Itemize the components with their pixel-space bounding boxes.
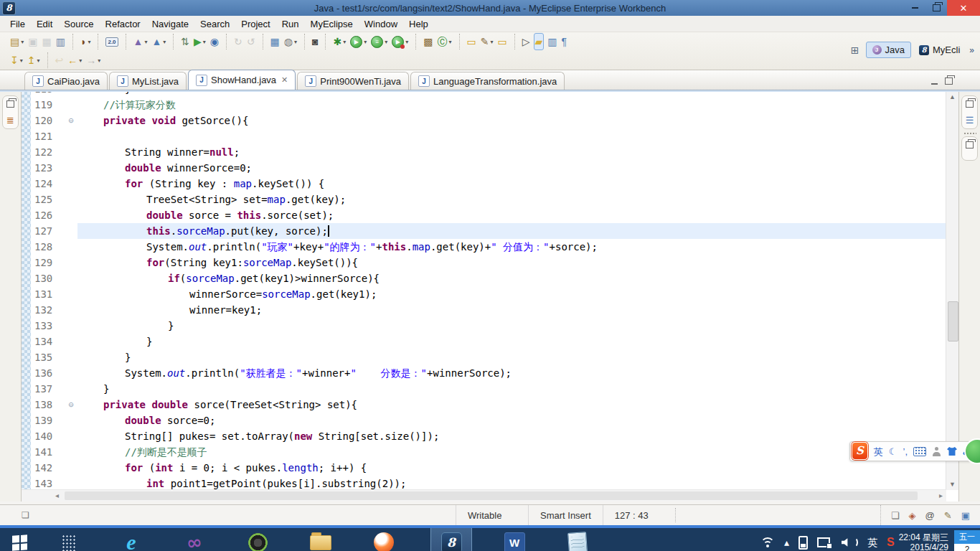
code-text[interactable]: }: [77, 318, 946, 334]
view-bar-drag-handle[interactable]: [963, 132, 976, 135]
print-button[interactable]: ▥: [55, 34, 66, 50]
code-text[interactable]: for (String key : map.keySet()) {: [77, 176, 946, 192]
code-line-138[interactable]: 138⊖private double sorce(TreeSet<String>…: [31, 397, 946, 413]
start-button[interactable]: [0, 528, 39, 551]
code-text[interactable]: TreeSet<String> set=map.get(key);: [77, 192, 946, 207]
web-20-browser-button[interactable]: 2.0: [105, 34, 118, 50]
new-wizard-button[interactable]: ▤▾: [9, 34, 24, 50]
debug-button[interactable]: ✱▾: [332, 34, 347, 50]
restore-views-button[interactable]: [966, 141, 974, 150]
code-line-129[interactable]: 129for(String key1:sorceMap.keySet()){: [31, 255, 946, 270]
code-line-130[interactable]: 130if(sorceMap.get(key1)>winnerSorce){: [31, 270, 946, 286]
code-text[interactable]: double sorce = this.sorce(set);: [77, 207, 946, 223]
code-text[interactable]: private void getSorce(){: [77, 113, 946, 128]
code-line-125[interactable]: 125TreeSet<String> set=map.get(key);: [31, 192, 946, 207]
tab-showhand[interactable]: JShowHand.java✕: [188, 70, 296, 90]
horizontal-scroll-thumb[interactable]: [65, 491, 918, 500]
line-number[interactable]: 138: [31, 397, 65, 413]
code-text[interactable]: winnerSorce=sorceMap.get(key1);: [77, 286, 946, 302]
line-number[interactable]: 120: [31, 113, 65, 128]
taskbar-clock[interactable]: 22:04 星期三 2015/4/29: [899, 532, 948, 551]
line-number[interactable]: 137: [31, 381, 65, 397]
back-button[interactable]: ←▾: [67, 52, 83, 68]
vertical-scrollbar[interactable]: ▲ ▼: [946, 92, 958, 490]
visual-studio-icon[interactable]: ∞: [178, 528, 211, 551]
line-number[interactable]: 131: [31, 286, 65, 302]
menu-file[interactable]: File: [4, 18, 31, 30]
annotation-ruler[interactable]: [22, 92, 31, 490]
code-text[interactable]: System.out.println("获胜者是："+winner+" 分数是：…: [77, 365, 946, 381]
import-artifact-button[interactable]: ↻: [233, 34, 243, 50]
wifi-icon[interactable]: [760, 537, 775, 547]
new-web-project-button[interactable]: ▲▾: [133, 34, 149, 50]
code-text[interactable]: double sorce=0;: [77, 413, 946, 428]
line-number[interactable]: 124: [31, 176, 65, 192]
scroll-right-arrow[interactable]: ▸: [936, 490, 946, 501]
code-text[interactable]: int point1=getPoint(pukes[i].substring(2…: [77, 476, 946, 490]
code-line-126[interactable]: 126double sorce = this.sorce(set);: [31, 207, 946, 223]
menu-myeclipse[interactable]: MyEclipse: [305, 18, 359, 30]
new-java-project-button[interactable]: ▩: [423, 34, 433, 50]
line-number[interactable]: 141: [31, 444, 65, 460]
close-button[interactable]: ✕: [947, 0, 980, 16]
code-text[interactable]: double winnerSorce=0;: [77, 160, 946, 176]
menu-help[interactable]: Help: [403, 18, 434, 30]
new-web-component-button[interactable]: ▲▾: [151, 34, 166, 50]
moon-icon[interactable]: ☾: [889, 447, 897, 456]
report-wizard-button[interactable]: ▦: [270, 34, 281, 50]
code-line-119[interactable]: 119//计算玩家分数: [31, 97, 946, 113]
skin-icon[interactable]: [947, 447, 957, 456]
scroll-up-arrow[interactable]: ▲: [946, 92, 958, 103]
battery-icon[interactable]: [798, 536, 808, 550]
line-number[interactable]: 136: [31, 365, 65, 381]
globe-resource-button[interactable]: ◍▾: [283, 34, 298, 50]
sogou-logo-icon[interactable]: S: [852, 442, 868, 460]
code-text[interactable]: for (int i = 0; i < pukes.length; i++) {: [77, 460, 946, 476]
profile-button[interactable]: ▶▾: [391, 34, 409, 50]
code-text[interactable]: for(String key1:sorceMap.keySet()){: [77, 255, 946, 270]
line-number[interactable]: 139: [31, 413, 65, 428]
soft-keyboard-icon[interactable]: [913, 447, 926, 456]
code-text[interactable]: }: [77, 349, 946, 365]
run-button[interactable]: ▶▾: [349, 34, 367, 50]
outline-view-icon[interactable]: ☰: [966, 116, 974, 125]
line-number[interactable]: 126: [31, 207, 65, 223]
line-number[interactable]: 123: [31, 160, 65, 176]
menu-navigate[interactable]: Navigate: [146, 18, 194, 30]
code-line-127[interactable]: 127this.sorceMap.put(key, sorce);: [31, 223, 946, 239]
minimize-button[interactable]: [904, 0, 925, 16]
code-line-139[interactable]: 139double sorce=0;: [31, 413, 946, 428]
ime-mode-english[interactable]: 英: [874, 447, 883, 456]
run-history-button[interactable]: ≡▾: [370, 34, 388, 50]
remote-desktop-icon[interactable]: ▣: [961, 511, 970, 520]
alert-icon[interactable]: ◈: [909, 511, 916, 520]
code-text[interactable]: }: [77, 92, 946, 97]
app-grid-icon[interactable]: [52, 528, 85, 551]
scroll-left-arrow[interactable]: ◂: [52, 490, 62, 501]
at-sign-icon[interactable]: @: [925, 511, 935, 520]
minimize-editor-button[interactable]: [931, 75, 938, 88]
word-icon[interactable]: W: [498, 528, 531, 551]
line-number[interactable]: 119: [31, 97, 65, 113]
perspective-myecli[interactable]: 8MyEcli: [913, 42, 966, 57]
maximize-editor-button[interactable]: [945, 75, 953, 88]
code-text[interactable]: if(sorceMap.get(key1)>winnerSorce){: [77, 270, 946, 286]
line-number[interactable]: 128: [31, 239, 65, 255]
code-text[interactable]: String winner=null;: [77, 144, 946, 160]
code-text[interactable]: }: [77, 334, 946, 349]
volume-icon[interactable]: [842, 537, 858, 547]
package-explorer-icon[interactable]: ≣: [6, 116, 14, 125]
line-number[interactable]: 121: [31, 128, 65, 144]
line-number[interactable]: 129: [31, 255, 65, 270]
punctuation-icon[interactable]: ’,: [903, 447, 908, 456]
tab-print900wenti[interactable]: JPrint900WenTi.java: [297, 72, 409, 90]
code-line-132[interactable]: 132winner=key1;: [31, 302, 946, 318]
tab-close-icon[interactable]: ✕: [281, 75, 288, 85]
tab-mylist[interactable]: JMyList.java: [109, 72, 187, 90]
open-resource-button[interactable]: ▭: [466, 34, 477, 50]
code-text[interactable]: //计算玩家分数: [77, 97, 946, 113]
file-explorer-icon[interactable]: [304, 528, 337, 551]
block-selection-button[interactable]: ▥: [547, 34, 557, 50]
snapshot-button[interactable]: ◙: [311, 34, 319, 50]
open-perspective-button[interactable]: ⊞: [851, 44, 859, 56]
